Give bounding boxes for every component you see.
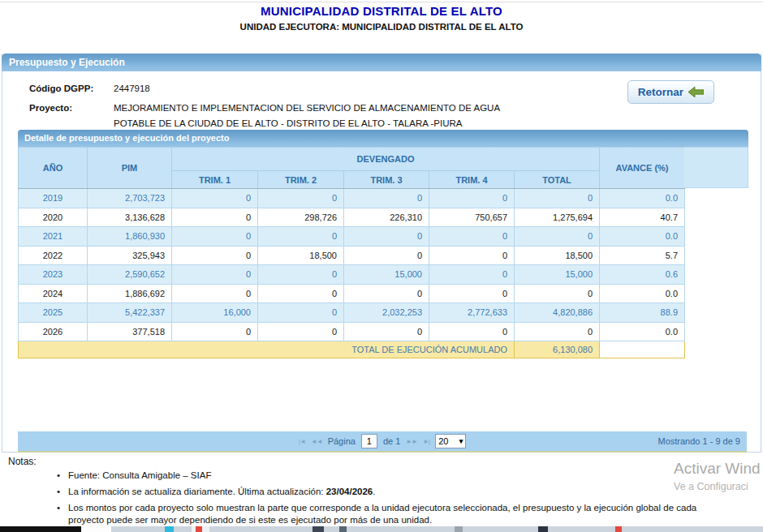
note-update-period: . <box>373 487 375 496</box>
col-total: TOTAL <box>515 171 600 189</box>
first-page-icon[interactable]: |◄ <box>299 438 305 445</box>
top-divider <box>0 2 763 2</box>
cell-total: 4,820,886 <box>515 303 600 323</box>
col-trim3: TRIM. 3 <box>344 171 429 189</box>
cell-trim1: 0 <box>172 322 258 341</box>
next-page-icon[interactable]: ►► <box>406 438 417 445</box>
taskbar-icon-lightgray <box>455 526 463 532</box>
cell-trim2: 18,500 <box>258 246 344 265</box>
cell-anio: 2023 <box>19 265 88 285</box>
cell-trim2: 0 <box>258 303 344 323</box>
note-update-text: La información se actualiza diariamente.… <box>68 487 326 496</box>
note-update-date: 23/04/2026 <box>326 487 373 496</box>
cell-pim: 377,518 <box>88 322 172 341</box>
cell-trim4: 0 <box>429 265 515 285</box>
page-number-input[interactable] <box>361 434 377 448</box>
cell-pim: 1,886,692 <box>88 284 172 303</box>
table-row: 2025 5,422,337 16,000 0 2,032,253 2,772,… <box>19 303 685 323</box>
cell-avance: 0.6 <box>600 265 685 285</box>
col-avance: AVANCE (%) <box>600 148 685 189</box>
cell-total: 0 <box>515 284 600 303</box>
panel-header: Presupuesto y Ejecución <box>2 54 761 71</box>
table-row: 2021 1,860,930 0 0 0 0 0 0.0 <box>19 227 685 247</box>
proyecto-label: Proyecto: <box>29 103 72 113</box>
page-subtitle: UNIDAD EJECUTORA: MUNICIPALIDAD DISTRITA… <box>0 22 763 32</box>
cell-avance: 0.0 <box>600 322 685 341</box>
total-value: 6,130,080 <box>515 341 600 358</box>
cell-total: 1,275,694 <box>515 208 600 227</box>
codigo-dgpp-label: Código DGPP: <box>29 84 93 93</box>
proyecto-line2: POTABLE DE LA CIUDAD DE EL ALTO - DISTRI… <box>114 118 462 128</box>
table-title-bar: Detalle de presupuesto y ejecución del p… <box>18 130 748 147</box>
cell-trim3: 0 <box>344 189 429 208</box>
cell-pim: 5,422,337 <box>88 303 172 323</box>
taskbar-sliver[interactable] <box>0 526 763 532</box>
col-anio: AÑO <box>19 148 88 189</box>
taskbar-icon-teal <box>165 526 174 532</box>
activate-windows-watermark: Activar Wind Ve a Configuraci <box>674 460 761 492</box>
taskbar-icon-dark <box>313 526 324 532</box>
retornar-button[interactable]: Retornar <box>627 80 714 104</box>
header-filler-cell <box>684 147 748 188</box>
page-size-value: 20 <box>438 436 448 446</box>
cell-avance: 0.0 <box>600 227 685 247</box>
cell-trim3: 226,310 <box>344 208 429 227</box>
table-row: 2022 325,943 0 18,500 0 0 18,500 5.7 <box>19 246 685 265</box>
total-row: TOTAL DE EJECUCIÓN ACUMULADO 6,130,080 <box>19 341 685 358</box>
prev-page-icon[interactable]: ◄◄ <box>311 438 322 445</box>
taskbar-search-segment <box>81 526 111 532</box>
cell-total: 0 <box>515 227 600 247</box>
cell-anio: 2020 <box>19 208 88 227</box>
cell-trim3: 0 <box>344 246 429 265</box>
watermark-line1: Activar Wind <box>674 460 761 478</box>
col-pim: PIM <box>88 148 172 189</box>
cell-trim4: 0 <box>429 189 515 208</box>
pagination-bar: |◄ ◄◄ Página de 1 ►► ►| 20 ▾ Mostrando 1… <box>18 431 747 453</box>
page-count-label: de 1 <box>383 436 400 446</box>
col-devengado: DEVENGADO <box>172 148 600 171</box>
cell-trim1: 16,000 <box>172 303 258 323</box>
cell-trim4: 0 <box>429 284 515 303</box>
cell-trim3: 2,032,253 <box>344 303 429 323</box>
cell-anio: 2019 <box>19 189 88 208</box>
taskbar-icon-red <box>196 526 202 532</box>
budget-table: AÑO PIM DEVENGADO AVANCE (%) TRIM. 1 TRI… <box>18 147 685 358</box>
back-arrow-icon <box>688 87 704 97</box>
cell-trim2: 0 <box>258 265 344 285</box>
table-row: 2019 2,703,723 0 0 0 0 0 0.0 <box>19 189 685 208</box>
showing-records-label: Mostrando 1 - 9 de 9 <box>657 436 740 446</box>
cell-trim2: 0 <box>258 322 344 341</box>
retornar-label: Retornar <box>638 86 683 98</box>
note-item-montos: Los montos por cada proyecto solo muestr… <box>55 502 705 526</box>
notes-title: Notas: <box>8 456 706 467</box>
cell-trim4: 0 <box>429 322 515 341</box>
cell-avance: 88.9 <box>600 303 685 323</box>
cell-pim: 2,703,723 <box>88 189 172 208</box>
cell-trim1: 0 <box>172 189 258 208</box>
cell-total: 15,000 <box>515 265 600 285</box>
watermark-line2: Ve a Configuraci <box>674 481 761 492</box>
note-item-actualizacion: La información se actualiza diariamente.… <box>55 486 705 498</box>
table-row: 2023 2,590,652 0 0 15,000 0 15,000 0.6 <box>19 265 685 285</box>
cell-total: 0 <box>515 189 600 208</box>
cell-anio: 2021 <box>19 227 88 247</box>
cell-trim4: 2,772,633 <box>429 303 515 323</box>
cell-trim1: 0 <box>172 246 258 265</box>
page-size-dropdown[interactable]: 20 ▾ <box>435 434 466 448</box>
cell-avance: 0.0 <box>600 284 685 303</box>
cell-anio: 2022 <box>19 246 88 265</box>
cell-avance: 40.7 <box>600 208 685 227</box>
cell-trim3: 0 <box>344 227 429 247</box>
cell-avance: 5.7 <box>600 246 685 265</box>
cell-trim3: 0 <box>344 322 429 341</box>
note-item-fuente: Fuente: Consulta Amigable – SIAF <box>55 470 705 482</box>
taskbar-icon-gray <box>339 526 347 532</box>
cell-trim1: 0 <box>172 208 258 227</box>
cell-anio: 2024 <box>19 284 88 303</box>
page-title: MUNICIPALIDAD DISTRITAL DE EL ALTO <box>0 4 763 18</box>
last-page-icon[interactable]: ►| <box>423 438 429 445</box>
proyecto-line1: MEJORAMIENTO E IMPLEMENTACION DEL SERVIC… <box>114 103 500 113</box>
cell-pim: 3,136,628 <box>88 208 172 227</box>
cell-pim: 325,943 <box>88 246 172 265</box>
cell-trim4: 0 <box>429 246 515 265</box>
